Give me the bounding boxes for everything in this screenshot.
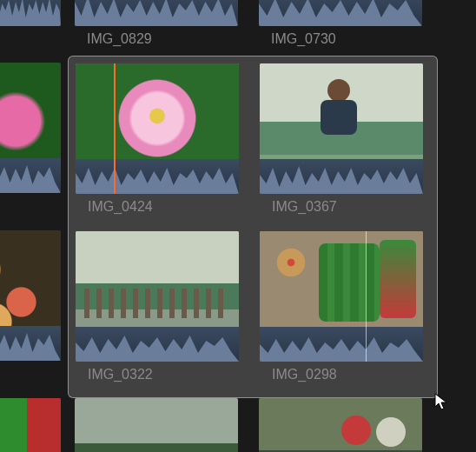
clip-selected[interactable]: IMG_0298 xyxy=(260,231,423,382)
clip-label: IMG_0730 xyxy=(271,31,422,47)
clip[interactable]: IMG_0829 xyxy=(75,0,238,47)
clip-label: IMG_0829 xyxy=(87,31,238,47)
clip-label: IMG_0424 xyxy=(88,199,239,215)
clip-label: IMG_0367 xyxy=(272,199,423,215)
clip[interactable]: IMG_0730 xyxy=(259,0,422,47)
clip-label: IMG_0298 xyxy=(272,367,423,382)
clip[interactable] xyxy=(259,398,422,452)
clip[interactable] xyxy=(0,63,61,193)
clip[interactable] xyxy=(75,398,238,452)
skimmer-indicator xyxy=(366,231,367,362)
clip-label: IMG_0322 xyxy=(88,367,239,382)
clip[interactable] xyxy=(0,398,61,452)
selection-marquee: IMG_0424 IMG_0367 xyxy=(68,56,438,398)
clip-selected[interactable]: IMG_0424 xyxy=(76,63,239,215)
playhead-indicator[interactable] xyxy=(114,63,116,194)
media-browser[interactable]: IMG_0829 IMG_0730 xyxy=(0,0,476,452)
clip[interactable] xyxy=(0,230,61,361)
clip-selected[interactable]: IMG_0367 xyxy=(260,63,423,215)
clip[interactable] xyxy=(0,0,61,26)
clip-selected[interactable]: IMG_0322 xyxy=(76,231,239,382)
